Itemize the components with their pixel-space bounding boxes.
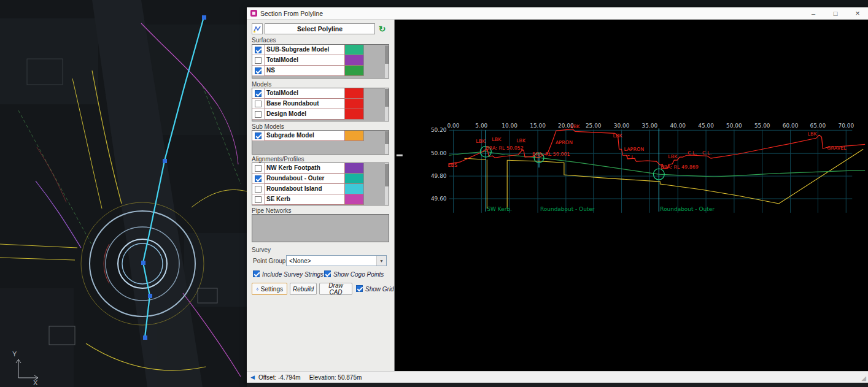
scrollbar[interactable] bbox=[385, 45, 389, 78]
rebuild-button[interactable]: Rebuild bbox=[290, 283, 317, 295]
survey-group-label: Survey bbox=[252, 247, 271, 253]
chevron-down-icon[interactable]: ▼ bbox=[376, 256, 386, 266]
surface-label[interactable]: NS bbox=[265, 66, 345, 76]
resize-grip-icon[interactable]: ◢ bbox=[861, 375, 866, 381]
include-survey-strings-label: Include Survey Strings bbox=[262, 271, 324, 278]
point-group-dropdown[interactable]: <None> ▼ bbox=[286, 255, 387, 266]
maximize-button[interactable]: □ bbox=[831, 10, 840, 17]
model-checkbox[interactable] bbox=[255, 111, 262, 118]
alignment-checkbox[interactable] bbox=[255, 175, 262, 182]
sub-model-label[interactable]: Subgrade Model bbox=[265, 131, 345, 141]
alignment-color-swatch[interactable] bbox=[345, 163, 364, 174]
x-tick: 55.00 bbox=[754, 123, 770, 129]
alignment-checkbox[interactable] bbox=[255, 186, 262, 193]
surface-row[interactable]: TotalModel bbox=[252, 55, 389, 66]
dialog-title: Section From Polyline bbox=[260, 10, 323, 17]
point-group-label: Point Group: bbox=[253, 258, 287, 264]
scrollbar[interactable] bbox=[385, 163, 389, 205]
settings-button[interactable]: Settings bbox=[252, 283, 287, 295]
surface-color-swatch[interactable] bbox=[345, 66, 364, 76]
sub-models-list: Subgrade Model bbox=[252, 130, 389, 155]
alignments-list: NW Kerb Footpath Roundabout - Outer Roun… bbox=[252, 163, 389, 205]
section-label: C.L. bbox=[627, 155, 636, 160]
x-tick: 50.00 bbox=[726, 123, 742, 129]
surface-label[interactable]: SUB-Subgrade Model bbox=[265, 45, 345, 55]
surfaces-group-label: Surfaces bbox=[252, 37, 276, 44]
show-cogo-points-checkbox[interactable] bbox=[324, 270, 331, 277]
alignment-label[interactable]: NW Kerb Footpath bbox=[265, 163, 345, 174]
alignment-label[interactable]: Roundabout Island bbox=[265, 184, 345, 194]
model-row[interactable]: Base Roundabout bbox=[252, 99, 389, 109]
section-label: GRAVEL bbox=[827, 145, 847, 151]
close-button[interactable]: × bbox=[853, 9, 862, 18]
alignment-row[interactable]: Roundabout - Outer bbox=[252, 174, 389, 184]
x-tick: 25.00 bbox=[586, 123, 602, 129]
section-label: BRA: RL 49.869 bbox=[661, 164, 699, 170]
sub-model-row[interactable]: Subgrade Model bbox=[252, 131, 389, 141]
surface-color-swatch[interactable] bbox=[345, 55, 364, 66]
dialog-title-area[interactable]: Section From Polyline bbox=[247, 10, 323, 17]
select-polyline-button[interactable]: Select Polyline bbox=[265, 23, 375, 34]
alignment-color-swatch[interactable] bbox=[345, 184, 364, 194]
minimize-button[interactable]: – bbox=[809, 10, 818, 17]
alignments-group-label: Alignments/Profiles bbox=[252, 156, 304, 163]
model-color-swatch[interactable] bbox=[345, 88, 364, 99]
back-arrow-icon[interactable]: ◀ bbox=[250, 374, 255, 380]
model-color-swatch[interactable] bbox=[345, 109, 364, 120]
scrollbar[interactable] bbox=[385, 88, 389, 121]
model-row[interactable]: TotalModel bbox=[252, 88, 389, 99]
surface-checkbox[interactable] bbox=[255, 47, 262, 53]
model-row[interactable]: Design Model bbox=[252, 109, 389, 120]
sub-model-checkbox[interactable] bbox=[255, 132, 262, 139]
section-label: EBK bbox=[570, 124, 581, 129]
pick-polyline-icon-button[interactable] bbox=[252, 23, 263, 34]
y-tick: 49.60 bbox=[431, 196, 447, 202]
app-root: Y X Section From Polyline – □ × bbox=[0, 0, 868, 387]
section-canvas[interactable]: 0.00 5.00 10.00 15.00 20.00 25.00 30.00 … bbox=[395, 20, 868, 371]
x-tick: 35.00 bbox=[642, 123, 658, 129]
x-tick: 0.00 bbox=[448, 123, 460, 129]
alignment-row[interactable]: Roundabout Island bbox=[252, 184, 389, 194]
include-survey-strings-checkbox[interactable] bbox=[253, 270, 260, 277]
surface-color-swatch[interactable] bbox=[345, 45, 364, 55]
model-checkbox[interactable] bbox=[255, 90, 262, 97]
y-axis-labels: 50.20 50.00 49.80 49.60 bbox=[431, 127, 447, 202]
alignment-color-swatch[interactable] bbox=[345, 174, 364, 184]
subgrade-line bbox=[464, 149, 863, 209]
scrollbar[interactable] bbox=[385, 131, 389, 154]
sub-model-color-swatch[interactable] bbox=[345, 131, 364, 141]
refresh-button[interactable]: ↻ bbox=[376, 23, 388, 34]
cad-viewport[interactable]: Y X bbox=[0, 0, 247, 387]
window-controls: – □ × bbox=[809, 7, 862, 19]
section-label: LAPRON bbox=[624, 147, 645, 152]
model-color-swatch[interactable] bbox=[345, 99, 364, 109]
section-label: LBK bbox=[668, 154, 678, 159]
alignment-checkbox[interactable] bbox=[255, 196, 262, 203]
model-label[interactable]: Base Roundabout bbox=[265, 99, 345, 109]
alignment-label[interactable]: SE Kerb bbox=[265, 194, 345, 205]
alignment-row[interactable]: SE Kerb bbox=[252, 194, 389, 205]
surface-row[interactable]: NS bbox=[252, 66, 389, 76]
draw-cad-button[interactable]: Draw CAD bbox=[319, 283, 352, 295]
ucs-y-label: Y bbox=[12, 350, 17, 358]
alignment-row[interactable]: NW Kerb Footpath bbox=[252, 163, 389, 174]
main-area: Select Polyline ↻ Surfaces SUB-Subgrade … bbox=[247, 20, 868, 371]
x-tick: 15.00 bbox=[530, 123, 546, 129]
x-axis-labels: 0.00 5.00 10.00 15.00 20.00 25.00 30.00 … bbox=[448, 123, 854, 129]
surface-checkbox[interactable] bbox=[255, 67, 262, 74]
settings-button-label: Settings bbox=[261, 286, 283, 293]
ucs-x-label: X bbox=[33, 379, 38, 386]
section-plot[interactable]: 0.00 5.00 10.00 15.00 20.00 25.00 30.00 … bbox=[395, 20, 868, 371]
show-grid-checkbox[interactable] bbox=[356, 285, 363, 292]
alignment-color-swatch[interactable] bbox=[345, 194, 364, 205]
alignment-label[interactable]: Roundabout - Outer bbox=[265, 174, 345, 184]
polyline-icon bbox=[253, 25, 262, 33]
surface-label[interactable]: TotalModel bbox=[265, 55, 345, 66]
model-label[interactable]: TotalModel bbox=[265, 88, 345, 99]
x-tick: 40.00 bbox=[670, 123, 686, 129]
model-label[interactable]: Design Model bbox=[265, 109, 345, 120]
surface-checkbox[interactable] bbox=[255, 57, 262, 64]
model-checkbox[interactable] bbox=[255, 101, 262, 107]
alignment-checkbox[interactable] bbox=[255, 165, 262, 172]
surface-row[interactable]: SUB-Subgrade Model bbox=[252, 45, 389, 55]
